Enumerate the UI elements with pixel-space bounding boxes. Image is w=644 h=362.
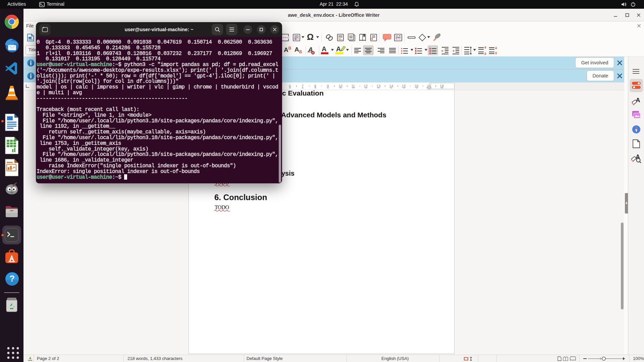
svg-text:A: A bbox=[636, 154, 640, 160]
svg-text:?: ? bbox=[9, 274, 15, 284]
